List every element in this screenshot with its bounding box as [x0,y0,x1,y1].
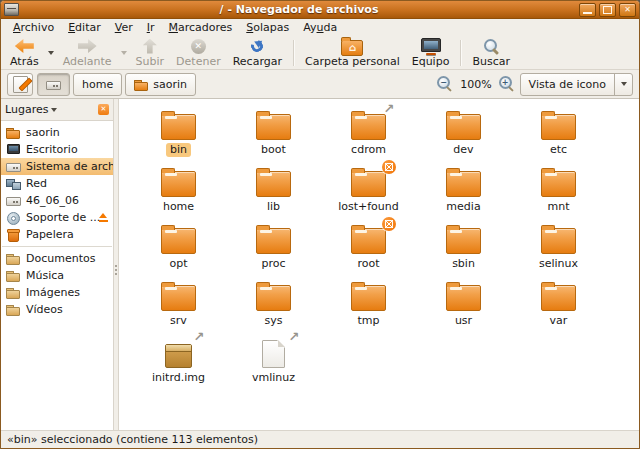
file-item-root[interactable]: root [321,225,416,281]
back-history-dropdown[interactable] [45,40,57,66]
home-label: Carpeta personal [305,56,400,68]
file-item-media[interactable]: media [416,168,511,224]
file-item-usr[interactable]: usr [416,282,511,338]
file-item-etc[interactable]: etc [511,111,606,167]
icon-view[interactable]: binboot↗cdromdevetchomeliblost+foundmedi… [119,99,639,430]
file-item-proc[interactable]: proc [226,225,321,281]
menu-editar[interactable]: Editar [61,20,108,35]
file-label: lib [263,200,284,214]
symlink-emblem-icon: ↗ [384,102,395,115]
file-item-mnt[interactable]: mnt [511,168,606,224]
file-item-bin[interactable]: bin [131,111,226,167]
folder-icon [446,228,481,254]
home-button[interactable]: Carpeta personal [299,37,406,69]
sidebar-header-label: Lugares [5,103,48,116]
sidebar-item-m-sica[interactable]: Música [1,267,113,284]
drive-icon [6,193,21,208]
menu-solapas[interactable]: Solapas [239,20,296,35]
breadcrumb-saorin[interactable]: saorin [125,73,196,96]
file-item-vmlinuz[interactable]: ↗vmlinuz [226,339,321,395]
up-button: Subir [130,37,171,69]
file-label: tmp [353,314,383,328]
file-item-cdrom[interactable]: ↗cdrom [321,111,416,167]
breadcrumb-label: home [82,78,113,91]
minimize-button[interactable] [579,3,596,17]
sidebar-item-papelera[interactable]: Papelera [1,226,113,243]
titlebar[interactable]: / - Navegador de archivos [1,1,639,19]
file-label: home [159,200,198,214]
close-button[interactable] [619,3,636,17]
sidebar: Lugares saorinEscritorioSistema de archi… [1,99,113,430]
menu-ver[interactable]: Ver [108,20,140,35]
sidebar-header-select[interactable]: Lugares [1,99,113,121]
sidebar-item-im-genes[interactable]: Imágenes [1,284,113,301]
file-item-srv[interactable]: srv [131,282,226,338]
window-icon [4,3,19,16]
symlink-emblem-icon: ↗ [194,330,205,343]
zoom-in-icon: + [499,76,512,89]
sidebar-item-saorin[interactable]: saorin [1,124,113,141]
file-item-lost-found[interactable]: lost+found [321,168,416,224]
folder-icon [161,171,196,197]
sidebar-item-label: Red [26,177,47,190]
forward-history-dropdown[interactable] [118,40,130,66]
file-item-lib[interactable]: lib [226,168,321,224]
file-label: proc [257,257,289,271]
search-button[interactable]: Buscar [466,37,516,69]
up-label: Subir [136,56,165,68]
menu-ayuda[interactable]: Ayuda [296,20,344,35]
sidebar-item-red[interactable]: Red [1,175,113,192]
zoom-out-button[interactable]: − [436,75,454,93]
sidebar-item-documentos[interactable]: Documentos [1,250,113,267]
sidebar-resize-handle[interactable] [113,99,119,430]
folder-icon [351,228,386,254]
sidebar-close-button[interactable] [98,104,109,115]
file-item-sbin[interactable]: sbin [416,225,511,281]
file-item-sys[interactable]: sys [226,282,321,338]
file-label: mnt [544,200,574,214]
computer-button[interactable]: Equipo [406,37,456,69]
file-label: initrd.img [148,371,209,385]
file-item-tmp[interactable]: tmp [321,282,416,338]
file-label: cdrom [347,143,390,157]
file-item-selinux[interactable]: selinux [511,225,606,281]
file-item-opt[interactable]: opt [131,225,226,281]
file-item-home[interactable]: home [131,168,226,224]
reload-button[interactable]: Recargar [227,37,288,69]
zoom-in-button[interactable]: + [498,75,516,93]
sidebar-item-soporte-de[interactable]: Soporte de ... [1,209,113,226]
back-button[interactable]: Atrás [4,37,45,69]
package-icon [165,344,192,368]
breadcrumb-root[interactable] [37,73,70,96]
menu-ir[interactable]: Ir [140,20,162,35]
stop-button: Detener [170,37,227,69]
menu-archivo[interactable]: Archivo [6,20,61,35]
home-folder-icon [341,40,363,56]
folder-orange-icon [6,125,21,140]
menubar: ArchivoEditarVerIrMarcadoresSolapasAyuda [1,19,639,36]
maximize-button[interactable] [599,3,616,17]
sidebar-item-label: Música [26,269,64,282]
view-mode-label: Vista de icono [521,78,614,91]
sidebar-item-label: Sistema de archi... [26,160,113,173]
sidebar-item-escritorio[interactable]: Escritorio [1,141,113,158]
symlink-emblem-icon: ↗ [289,330,300,343]
window-controls [579,3,636,17]
reload-label: Recargar [233,56,282,68]
computer-icon [421,38,441,52]
file-item-boot[interactable]: boot [226,111,321,167]
breadcrumb-home[interactable]: home [73,73,122,96]
sidebar-item-label: Soporte de ... [26,211,100,224]
menu-marcadores[interactable]: Marcadores [161,20,239,35]
file-item-initrd-img[interactable]: ↗initrd.img [131,339,226,395]
sidebar-item-sistema-de-archi[interactable]: Sistema de archi... [1,158,113,175]
sidebar-item-v-deos[interactable]: Vídeos [1,301,113,318]
eject-icon[interactable] [98,213,109,222]
file-item-dev[interactable]: dev [416,111,511,167]
edit-location-button[interactable] [7,73,33,96]
sidebar-item-46-06-06[interactable]: 46_06_06 [1,192,113,209]
file-item-var[interactable]: var [511,282,606,338]
view-mode-select[interactable]: Vista de icono [520,73,633,96]
folder-icon [161,228,196,254]
sidebar-item-label: Documentos [26,252,95,265]
